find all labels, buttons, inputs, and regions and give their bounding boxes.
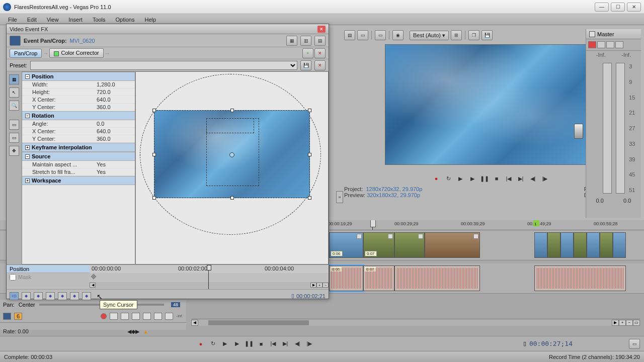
- section-workspace[interactable]: +Workspace: [22, 176, 135, 185]
- video-clip[interactable]: [425, 232, 480, 258]
- prev-frame-button[interactable]: ◀|: [528, 174, 537, 183]
- main-go-start-button[interactable]: |◀: [269, 339, 278, 348]
- audio-clip[interactable]: 0:07: [363, 265, 394, 291]
- center-point-icon[interactable]: [229, 152, 234, 157]
- view-mode-icon[interactable]: ▦: [286, 36, 297, 46]
- track-solo-icon[interactable]: [165, 313, 173, 320]
- kf-track-position[interactable]: Position: [7, 265, 90, 273]
- mixer-fx-button[interactable]: [615, 41, 623, 48]
- panel-expand-icon[interactable]: »: [336, 191, 343, 203]
- cursor-snap-icon[interactable]: ▯: [523, 340, 526, 347]
- pause-button[interactable]: ❚❚: [480, 174, 489, 183]
- mixer-menu-icon[interactable]: [589, 31, 595, 37]
- crop-handle[interactable]: [152, 153, 156, 156]
- lock-aspect-icon[interactable]: ▭: [9, 133, 19, 143]
- remove-fx-icon[interactable]: ✕: [314, 48, 326, 58]
- track-mute-icon[interactable]: [154, 313, 162, 320]
- kf-zoom-in[interactable]: +: [316, 283, 323, 288]
- kf-prev-button[interactable]: ◆: [34, 292, 43, 300]
- kf-zoom-out[interactable]: −: [323, 283, 329, 288]
- preset-dropdown[interactable]: [30, 61, 297, 70]
- kf-scroll-right[interactable]: ▶: [310, 283, 316, 288]
- kf-lane[interactable]: [90, 273, 329, 282]
- external-monitor-icon[interactable]: ▭: [357, 30, 368, 40]
- menu-file[interactable]: File: [3, 17, 22, 23]
- keyframe[interactable]: [91, 274, 96, 279]
- play-start-button[interactable]: ▶: [456, 174, 465, 183]
- prop-angle[interactable]: 0.0: [97, 121, 132, 127]
- go-start-button[interactable]: |◀: [504, 174, 513, 183]
- loop-button[interactable]: ↻: [444, 174, 453, 183]
- prop-stretch[interactable]: Yes: [97, 169, 132, 175]
- kf-mode-icon[interactable]: ▯: [291, 293, 294, 299]
- clip-fx-icon[interactable]: [418, 234, 423, 239]
- menu-view[interactable]: View: [42, 17, 64, 23]
- crop-handle[interactable]: [152, 109, 156, 112]
- add-fx-icon[interactable]: +: [302, 48, 313, 58]
- section-keyframe-interp[interactable]: +Keyframe interpolation: [22, 143, 135, 152]
- track-fx-icon[interactable]: [110, 313, 118, 320]
- main-play-start-button[interactable]: ▶: [220, 339, 229, 348]
- track-number[interactable]: 6: [14, 313, 22, 320]
- track-min-button[interactable]: [3, 313, 11, 320]
- video-clip[interactable]: [574, 232, 587, 258]
- sync-cursor-button[interactable]: I◎: [10, 292, 19, 300]
- prop-height[interactable]: 720.0: [97, 89, 132, 95]
- close-button[interactable]: ✕: [627, 3, 641, 12]
- play-button[interactable]: ▶: [468, 174, 477, 183]
- menu-tools[interactable]: Tools: [88, 17, 111, 23]
- crop-handle[interactable]: [230, 109, 234, 112]
- dialog-titlebar[interactable]: Video Event FX ✕: [7, 24, 329, 34]
- fx-enable-toggle[interactable]: [54, 51, 59, 56]
- clip-fx-icon[interactable]: [473, 234, 478, 239]
- copy-snapshot-icon[interactable]: ❐: [468, 30, 479, 40]
- master-fader[interactable]: [574, 124, 583, 139]
- save-preset-icon[interactable]: 💾: [300, 60, 311, 70]
- zoom-edit-icon[interactable]: 🔍: [9, 101, 19, 111]
- crop-handle[interactable]: [308, 196, 311, 200]
- go-end-button[interactable]: ▶|: [516, 174, 525, 183]
- video-clip[interactable]: [600, 232, 613, 258]
- main-stop-button[interactable]: ■: [257, 339, 266, 348]
- prop-rot-ycenter[interactable]: 360.0: [97, 136, 132, 142]
- stop-button[interactable]: ■: [492, 174, 501, 183]
- kf-scroll-left[interactable]: ◀: [90, 283, 96, 288]
- main-go-end-button[interactable]: ▶|: [281, 339, 290, 348]
- minimize-button[interactable]: —: [595, 3, 609, 12]
- view-mode-icon[interactable]: ▥: [300, 36, 311, 46]
- dialog-close-button[interactable]: ✕: [317, 26, 326, 33]
- audio-clip[interactable]: [394, 265, 480, 291]
- clip-fx-icon[interactable]: [357, 234, 362, 239]
- prop-xcenter[interactable]: 640.0: [97, 97, 132, 103]
- video-clip[interactable]: 0:07: [363, 232, 394, 258]
- crop-handle[interactable]: [152, 196, 156, 200]
- next-frame-button[interactable]: |▶: [540, 174, 549, 183]
- menu-insert[interactable]: Insert: [63, 17, 88, 23]
- mixer-solo-button[interactable]: [597, 41, 605, 48]
- main-record-button[interactable]: ●: [196, 339, 205, 348]
- view-mode-icon[interactable]: ▤: [314, 36, 326, 46]
- grid-icon[interactable]: ⊞: [451, 30, 462, 40]
- track-phase-icon[interactable]: [132, 313, 140, 320]
- kf-delete-button[interactable]: ◆: [82, 292, 91, 300]
- video-clip[interactable]: [587, 232, 600, 258]
- menu-options[interactable]: Options: [111, 17, 140, 23]
- video-clip[interactable]: [560, 232, 574, 258]
- snap-icon[interactable]: ▭: [9, 120, 19, 130]
- preview-quality-icon[interactable]: ◉: [392, 30, 404, 40]
- fx-chip-pancrop[interactable]: Pan/Crop: [10, 49, 42, 58]
- move-icon[interactable]: ✥: [9, 146, 19, 156]
- mixer-dim-button[interactable]: [606, 41, 614, 48]
- video-clip[interactable]: [547, 232, 560, 258]
- prop-width[interactable]: 1,280.0: [97, 81, 132, 87]
- menu-help[interactable]: Help: [139, 17, 161, 23]
- section-position[interactable]: −Position: [22, 72, 135, 81]
- audio-clip[interactable]: [534, 265, 626, 291]
- crop-handle[interactable]: [308, 153, 311, 156]
- kf-last-button[interactable]: ◆: [70, 292, 79, 300]
- pancrop-canvas[interactable]: [135, 71, 329, 264]
- loop-region-icon[interactable]: ▭: [629, 339, 640, 349]
- track-arm-button[interactable]: [101, 313, 107, 319]
- prop-maintain-aspect[interactable]: Yes: [97, 161, 132, 167]
- audio-clip[interactable]: 0:06: [329, 265, 363, 291]
